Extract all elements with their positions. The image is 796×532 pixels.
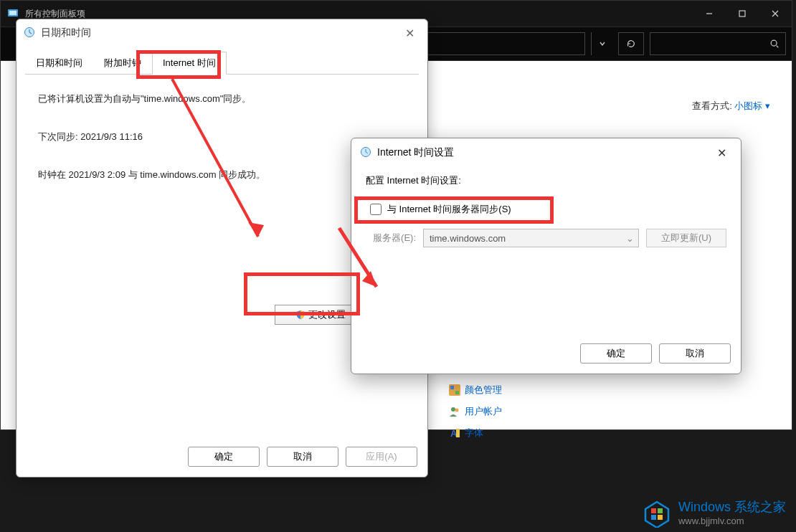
- dialog-footer: 确定 取消 应用(A): [188, 447, 417, 467]
- window-controls: [693, 1, 792, 27]
- color-icon: [449, 384, 460, 396]
- dialog-title: 日期和时间: [41, 27, 91, 39]
- svg-rect-1: [9, 11, 16, 15]
- apply-button[interactable]: 应用(A): [346, 447, 417, 467]
- watermark-line1: Windows 系统之家: [678, 500, 786, 516]
- svg-rect-9: [450, 386, 454, 389]
- search-icon: [769, 39, 780, 49]
- shield-icon: [295, 310, 305, 320]
- view-by-label: 查看方式:: [692, 100, 732, 111]
- watermark-text: Windows 系统之家 www.bjjmlv.com: [678, 500, 786, 526]
- view-by-value[interactable]: 小图标 ▾: [734, 100, 770, 111]
- ok-button[interactable]: 确定: [580, 343, 652, 364]
- dialog-titlebar: Internet 时间设置 ✕: [351, 138, 741, 167]
- watermark-logo-icon: [643, 499, 671, 528]
- view-by: 查看方式: 小图标 ▾: [692, 100, 770, 113]
- minimize-button[interactable]: [693, 1, 726, 27]
- tab-internet-time[interactable]: Internet 时间: [152, 52, 227, 75]
- font-icon: A: [449, 427, 460, 439]
- svg-point-6: [771, 40, 777, 46]
- control-panel-icon: [6, 7, 19, 20]
- cancel-button[interactable]: 取消: [267, 447, 338, 467]
- chevron-down-icon: ⌄: [626, 233, 634, 244]
- close-icon[interactable]: ✕: [711, 146, 732, 160]
- svg-rect-14: [456, 429, 460, 437]
- maximize-button[interactable]: [726, 1, 759, 27]
- button-label: 更改设置: [308, 308, 346, 321]
- sync-info-text: 已将计算机设置为自动与"time.windows.com"同步。: [38, 92, 406, 107]
- server-value: time.windows.com: [430, 233, 506, 244]
- tab-datetime[interactable]: 日期和时间: [25, 52, 93, 75]
- svg-rect-27: [651, 515, 656, 520]
- sync-checkbox[interactable]: [370, 204, 382, 215]
- clock-icon: [360, 146, 373, 159]
- server-combobox[interactable]: time.windows.com ⌄: [423, 229, 639, 247]
- dialog-title: Internet 时间设置: [377, 146, 454, 159]
- close-icon[interactable]: ✕: [399, 27, 420, 40]
- tab-additional-clocks[interactable]: 附加时钟: [93, 52, 152, 75]
- server-row: 服务器(E): time.windows.com ⌄ 立即更新(U): [366, 229, 726, 247]
- cp-item-label: 用户帐户: [465, 405, 502, 418]
- user-icon: [449, 406, 460, 417]
- server-label: 服务器(E):: [366, 232, 416, 244]
- cp-item-user[interactable]: 用户帐户: [449, 405, 502, 418]
- clock-icon: [24, 27, 37, 39]
- address-dropdown[interactable]: [591, 32, 612, 55]
- window-title: 所有控制面板项: [25, 8, 85, 20]
- cp-item-color[interactable]: 颜色管理: [449, 384, 502, 396]
- cp-item-label: 颜色管理: [465, 384, 502, 396]
- close-button[interactable]: [759, 1, 792, 27]
- cancel-button[interactable]: 取消: [659, 343, 731, 364]
- watermark: Windows 系统之家 www.bjjmlv.com: [643, 499, 786, 528]
- svg-rect-10: [455, 391, 459, 394]
- refresh-button[interactable]: [618, 32, 644, 55]
- subtitle-text: 配置 Internet 时间设置:: [366, 174, 726, 187]
- svg-point-12: [455, 409, 459, 412]
- svg-line-7: [777, 46, 779, 48]
- cp-item-font[interactable]: A 字体: [449, 427, 483, 440]
- cp-item-label: 字体: [465, 427, 483, 440]
- search-box[interactable]: [650, 32, 786, 55]
- dialog-body: 配置 Internet 时间设置: 与 Internet 时间服务器同步(S) …: [351, 167, 741, 255]
- watermark-line2: www.bjjmlv.com: [678, 516, 786, 527]
- dialog-titlebar: 日期和时间 ✕: [16, 19, 427, 47]
- svg-rect-28: [658, 515, 663, 520]
- svg-rect-3: [739, 11, 745, 16]
- tab-strip: 日期和时间 附加时钟 Internet 时间: [25, 51, 419, 75]
- svg-point-11: [451, 407, 455, 412]
- svg-rect-25: [651, 508, 656, 513]
- internet-time-dialog: Internet 时间设置 ✕ 配置 Internet 时间设置: 与 Inte…: [351, 138, 741, 374]
- update-now-button[interactable]: 立即更新(U): [646, 229, 726, 247]
- svg-rect-26: [658, 508, 663, 513]
- sync-checkbox-row: 与 Internet 时间服务器同步(S): [366, 200, 726, 219]
- dialog-footer: 确定 取消: [580, 343, 731, 364]
- sync-checkbox-label: 与 Internet 时间服务器同步(S): [387, 203, 511, 216]
- ok-button[interactable]: 确定: [188, 447, 260, 467]
